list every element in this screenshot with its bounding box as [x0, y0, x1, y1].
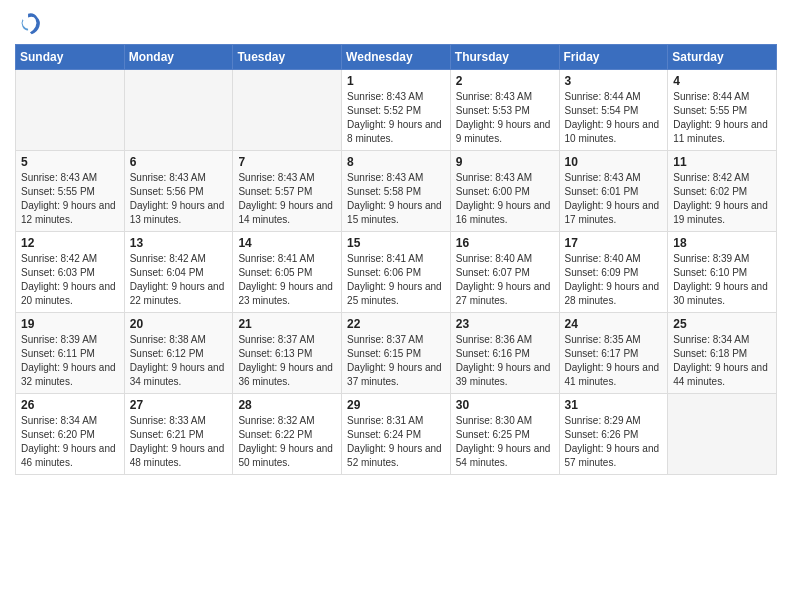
calendar-cell: 6Sunrise: 8:43 AM Sunset: 5:56 PM Daylig…: [124, 151, 233, 232]
week-row-5: 26Sunrise: 8:34 AM Sunset: 6:20 PM Dayli…: [16, 394, 777, 475]
day-info: Sunrise: 8:29 AM Sunset: 6:26 PM Dayligh…: [565, 414, 663, 470]
day-number: 16: [456, 236, 554, 250]
day-number: 18: [673, 236, 771, 250]
day-number: 28: [238, 398, 336, 412]
calendar-table: SundayMondayTuesdayWednesdayThursdayFrid…: [15, 44, 777, 475]
week-row-4: 19Sunrise: 8:39 AM Sunset: 6:11 PM Dayli…: [16, 313, 777, 394]
calendar-cell: 21Sunrise: 8:37 AM Sunset: 6:13 PM Dayli…: [233, 313, 342, 394]
week-row-2: 5Sunrise: 8:43 AM Sunset: 5:55 PM Daylig…: [16, 151, 777, 232]
day-info: Sunrise: 8:36 AM Sunset: 6:16 PM Dayligh…: [456, 333, 554, 389]
calendar-cell: 28Sunrise: 8:32 AM Sunset: 6:22 PM Dayli…: [233, 394, 342, 475]
day-number: 19: [21, 317, 119, 331]
day-info: Sunrise: 8:44 AM Sunset: 5:55 PM Dayligh…: [673, 90, 771, 146]
calendar-cell: 30Sunrise: 8:30 AM Sunset: 6:25 PM Dayli…: [450, 394, 559, 475]
calendar-cell: 5Sunrise: 8:43 AM Sunset: 5:55 PM Daylig…: [16, 151, 125, 232]
day-number: 2: [456, 74, 554, 88]
day-number: 1: [347, 74, 445, 88]
day-number: 24: [565, 317, 663, 331]
calendar-cell: 4Sunrise: 8:44 AM Sunset: 5:55 PM Daylig…: [668, 70, 777, 151]
calendar-cell: [668, 394, 777, 475]
day-number: 20: [130, 317, 228, 331]
day-info: Sunrise: 8:37 AM Sunset: 6:15 PM Dayligh…: [347, 333, 445, 389]
calendar-cell: 24Sunrise: 8:35 AM Sunset: 6:17 PM Dayli…: [559, 313, 668, 394]
page-container: SundayMondayTuesdayWednesdayThursdayFrid…: [0, 0, 792, 485]
calendar-cell: [233, 70, 342, 151]
day-number: 6: [130, 155, 228, 169]
week-row-3: 12Sunrise: 8:42 AM Sunset: 6:03 PM Dayli…: [16, 232, 777, 313]
calendar-cell: 12Sunrise: 8:42 AM Sunset: 6:03 PM Dayli…: [16, 232, 125, 313]
calendar-cell: 26Sunrise: 8:34 AM Sunset: 6:20 PM Dayli…: [16, 394, 125, 475]
weekday-wednesday: Wednesday: [342, 45, 451, 70]
calendar-cell: 16Sunrise: 8:40 AM Sunset: 6:07 PM Dayli…: [450, 232, 559, 313]
day-number: 13: [130, 236, 228, 250]
logo-icon: [15, 10, 43, 38]
calendar-cell: 27Sunrise: 8:33 AM Sunset: 6:21 PM Dayli…: [124, 394, 233, 475]
day-number: 15: [347, 236, 445, 250]
calendar-cell: 7Sunrise: 8:43 AM Sunset: 5:57 PM Daylig…: [233, 151, 342, 232]
calendar-cell: 25Sunrise: 8:34 AM Sunset: 6:18 PM Dayli…: [668, 313, 777, 394]
calendar-cell: 9Sunrise: 8:43 AM Sunset: 6:00 PM Daylig…: [450, 151, 559, 232]
weekday-monday: Monday: [124, 45, 233, 70]
day-number: 5: [21, 155, 119, 169]
day-info: Sunrise: 8:34 AM Sunset: 6:20 PM Dayligh…: [21, 414, 119, 470]
day-info: Sunrise: 8:38 AM Sunset: 6:12 PM Dayligh…: [130, 333, 228, 389]
calendar-cell: 31Sunrise: 8:29 AM Sunset: 6:26 PM Dayli…: [559, 394, 668, 475]
day-number: 9: [456, 155, 554, 169]
week-row-1: 1Sunrise: 8:43 AM Sunset: 5:52 PM Daylig…: [16, 70, 777, 151]
day-number: 23: [456, 317, 554, 331]
day-info: Sunrise: 8:42 AM Sunset: 6:04 PM Dayligh…: [130, 252, 228, 308]
day-number: 3: [565, 74, 663, 88]
day-info: Sunrise: 8:40 AM Sunset: 6:07 PM Dayligh…: [456, 252, 554, 308]
day-info: Sunrise: 8:32 AM Sunset: 6:22 PM Dayligh…: [238, 414, 336, 470]
day-number: 29: [347, 398, 445, 412]
day-info: Sunrise: 8:39 AM Sunset: 6:11 PM Dayligh…: [21, 333, 119, 389]
calendar-cell: 3Sunrise: 8:44 AM Sunset: 5:54 PM Daylig…: [559, 70, 668, 151]
day-number: 11: [673, 155, 771, 169]
day-number: 10: [565, 155, 663, 169]
day-info: Sunrise: 8:30 AM Sunset: 6:25 PM Dayligh…: [456, 414, 554, 470]
calendar-cell: 22Sunrise: 8:37 AM Sunset: 6:15 PM Dayli…: [342, 313, 451, 394]
day-number: 31: [565, 398, 663, 412]
day-number: 12: [21, 236, 119, 250]
calendar-cell: 17Sunrise: 8:40 AM Sunset: 6:09 PM Dayli…: [559, 232, 668, 313]
calendar-cell: 11Sunrise: 8:42 AM Sunset: 6:02 PM Dayli…: [668, 151, 777, 232]
calendar-cell: 29Sunrise: 8:31 AM Sunset: 6:24 PM Dayli…: [342, 394, 451, 475]
weekday-tuesday: Tuesday: [233, 45, 342, 70]
weekday-friday: Friday: [559, 45, 668, 70]
day-info: Sunrise: 8:35 AM Sunset: 6:17 PM Dayligh…: [565, 333, 663, 389]
day-info: Sunrise: 8:43 AM Sunset: 5:53 PM Dayligh…: [456, 90, 554, 146]
calendar-cell: [16, 70, 125, 151]
day-info: Sunrise: 8:37 AM Sunset: 6:13 PM Dayligh…: [238, 333, 336, 389]
weekday-thursday: Thursday: [450, 45, 559, 70]
weekday-sunday: Sunday: [16, 45, 125, 70]
day-number: 30: [456, 398, 554, 412]
calendar-cell: 18Sunrise: 8:39 AM Sunset: 6:10 PM Dayli…: [668, 232, 777, 313]
calendar-cell: 19Sunrise: 8:39 AM Sunset: 6:11 PM Dayli…: [16, 313, 125, 394]
day-number: 25: [673, 317, 771, 331]
day-info: Sunrise: 8:43 AM Sunset: 5:52 PM Dayligh…: [347, 90, 445, 146]
day-number: 14: [238, 236, 336, 250]
day-number: 4: [673, 74, 771, 88]
day-info: Sunrise: 8:41 AM Sunset: 6:05 PM Dayligh…: [238, 252, 336, 308]
day-info: Sunrise: 8:42 AM Sunset: 6:03 PM Dayligh…: [21, 252, 119, 308]
day-number: 27: [130, 398, 228, 412]
day-info: Sunrise: 8:40 AM Sunset: 6:09 PM Dayligh…: [565, 252, 663, 308]
day-number: 8: [347, 155, 445, 169]
day-number: 22: [347, 317, 445, 331]
day-info: Sunrise: 8:41 AM Sunset: 6:06 PM Dayligh…: [347, 252, 445, 308]
calendar-cell: 20Sunrise: 8:38 AM Sunset: 6:12 PM Dayli…: [124, 313, 233, 394]
day-info: Sunrise: 8:39 AM Sunset: 6:10 PM Dayligh…: [673, 252, 771, 308]
calendar-cell: 1Sunrise: 8:43 AM Sunset: 5:52 PM Daylig…: [342, 70, 451, 151]
weekday-header-row: SundayMondayTuesdayWednesdayThursdayFrid…: [16, 45, 777, 70]
day-info: Sunrise: 8:34 AM Sunset: 6:18 PM Dayligh…: [673, 333, 771, 389]
day-info: Sunrise: 8:42 AM Sunset: 6:02 PM Dayligh…: [673, 171, 771, 227]
weekday-saturday: Saturday: [668, 45, 777, 70]
day-info: Sunrise: 8:43 AM Sunset: 5:55 PM Dayligh…: [21, 171, 119, 227]
day-number: 21: [238, 317, 336, 331]
day-info: Sunrise: 8:44 AM Sunset: 5:54 PM Dayligh…: [565, 90, 663, 146]
day-number: 7: [238, 155, 336, 169]
header: [15, 10, 777, 38]
day-info: Sunrise: 8:43 AM Sunset: 5:57 PM Dayligh…: [238, 171, 336, 227]
day-number: 17: [565, 236, 663, 250]
calendar-cell: 13Sunrise: 8:42 AM Sunset: 6:04 PM Dayli…: [124, 232, 233, 313]
